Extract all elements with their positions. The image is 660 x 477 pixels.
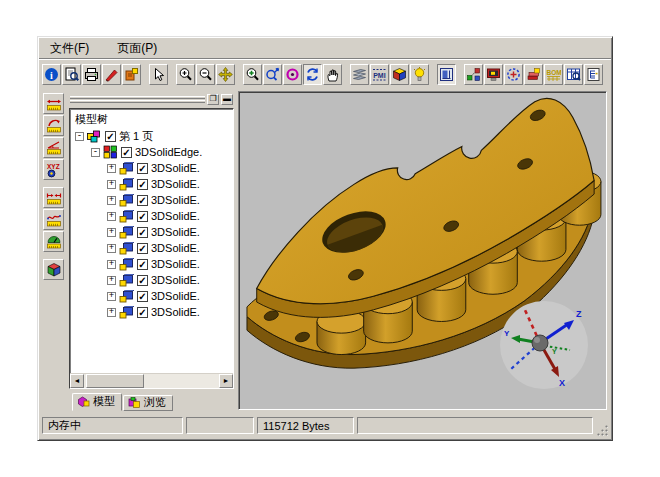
menu-file[interactable]: 文件(F) — [47, 39, 92, 58]
browse-tab-icon — [128, 397, 141, 409]
app-body: XYZ ❐ ▬ 模型树 - — [39, 90, 611, 411]
print-button[interactable] — [82, 64, 101, 85]
resize-grip[interactable] — [596, 422, 609, 437]
status-bar: 内存中 115712 Bytes — [39, 411, 611, 439]
explode-button[interactable] — [464, 64, 483, 85]
zoom-out-button[interactable] — [196, 64, 215, 85]
dock-grip-strip[interactable]: ❐ ▬ — [70, 92, 233, 106]
layers-button[interactable] — [350, 64, 369, 85]
tab-label: 浏览 — [144, 395, 166, 410]
tree-item-part[interactable]: + 3DSolidE. — [70, 304, 233, 320]
tree-view-icon — [586, 67, 601, 82]
bom-button[interactable]: BOM — [544, 64, 563, 85]
visibility-checkbox[interactable] — [137, 195, 148, 206]
tree-horizontal-scrollbar[interactable]: ◄ ► — [70, 373, 233, 388]
svg-text:BOM: BOM — [547, 69, 562, 76]
scrollbar-thumb[interactable] — [86, 374, 144, 388]
markup-button[interactable] — [102, 64, 121, 85]
print-icon — [84, 67, 99, 82]
expand-icon[interactable]: + — [107, 164, 116, 173]
scroll-left-arrow-icon[interactable]: ◄ — [70, 374, 84, 388]
export-button[interactable] — [122, 64, 141, 85]
expand-icon[interactable]: + — [107, 276, 116, 285]
expand-icon[interactable]: + — [107, 196, 116, 205]
spin-button[interactable] — [303, 64, 322, 85]
axis-label-x: X — [559, 378, 565, 388]
pane-hide-button[interactable]: ▬ — [221, 94, 233, 105]
tree-item-part[interactable]: + 3DSolidE. — [70, 288, 233, 304]
visibility-checkbox[interactable] — [137, 211, 148, 222]
tree-item-part[interactable]: + 3DSolidE. — [70, 208, 233, 224]
expand-icon[interactable]: + — [107, 260, 116, 269]
collapse-icon[interactable]: - — [91, 148, 100, 157]
tree-item-part[interactable]: + 3DSolidE. — [70, 224, 233, 240]
tree-item-part[interactable]: + 3DSolidE. — [70, 256, 233, 272]
pan-button[interactable] — [216, 64, 235, 85]
visibility-checkbox[interactable] — [137, 179, 148, 190]
tab-browse[interactable]: 浏览 — [123, 395, 173, 411]
tree-item-part[interactable]: + 3DSolidE. — [70, 160, 233, 176]
tree-item-part[interactable]: + 3DSolidE. — [70, 240, 233, 256]
rotate-animation-button[interactable] — [504, 64, 523, 85]
screen-cube-button[interactable] — [484, 64, 503, 85]
collapse-icon[interactable]: - — [75, 132, 84, 141]
visibility-checkbox[interactable] — [137, 275, 148, 286]
expand-icon[interactable]: + — [107, 180, 116, 189]
visibility-checkbox[interactable] — [137, 163, 148, 174]
render-mode-button[interactable] — [390, 64, 409, 85]
expand-icon[interactable]: + — [107, 292, 116, 301]
measure-coordinate-button[interactable]: XYZ — [43, 159, 64, 180]
tree-item-part[interactable]: + 3DSolidE. — [70, 192, 233, 208]
measure-volume-button[interactable] — [43, 259, 64, 280]
views-button[interactable] — [437, 64, 456, 85]
scroll-right-arrow-icon[interactable]: ► — [219, 374, 233, 388]
zoom-in-button[interactable] — [176, 64, 195, 85]
select-button[interactable] — [149, 64, 168, 85]
zoom-dynamic-button[interactable] — [263, 64, 282, 85]
measure-curve-length-button[interactable] — [43, 209, 64, 230]
expand-icon[interactable]: + — [107, 212, 116, 221]
measure-gauge-button[interactable] — [43, 231, 64, 252]
orbit-button[interactable] — [283, 64, 302, 85]
measure-radius-button[interactable] — [43, 115, 64, 136]
rotate-animation-icon — [506, 67, 521, 82]
expand-icon[interactable]: + — [107, 244, 116, 253]
measure-distance-button[interactable] — [43, 93, 64, 114]
properties-table-button[interactable] — [564, 64, 583, 85]
visibility-checkbox[interactable] — [137, 259, 148, 270]
expand-icon[interactable]: + — [107, 228, 116, 237]
tree-view-button[interactable] — [584, 64, 603, 85]
visibility-checkbox[interactable] — [137, 227, 148, 238]
render-cube-icon — [392, 67, 407, 82]
visibility-checkbox[interactable] — [121, 147, 132, 158]
expand-icon[interactable]: + — [107, 308, 116, 317]
menu-page[interactable]: 页面(P) — [114, 39, 160, 58]
tree-item-assembly[interactable]: - 3DSolidEdge. — [70, 144, 233, 160]
visibility-checkbox[interactable] — [105, 131, 116, 142]
materials-button[interactable] — [524, 64, 543, 85]
viewport-3d[interactable]: Y Z X Y — [238, 91, 607, 410]
axis-trackball[interactable]: Y Z X Y — [496, 299, 592, 393]
lighting-button[interactable] — [410, 64, 429, 85]
bom-icon: BOM — [546, 67, 561, 82]
pmi-button[interactable]: PMI — [370, 64, 389, 85]
axis-label-y: Y — [504, 329, 510, 338]
info-button[interactable]: i — [42, 64, 61, 85]
measure-coordinate-icon: XYZ — [46, 162, 62, 178]
lightbulb-icon — [412, 67, 427, 82]
dock-gripper[interactable] — [70, 96, 205, 103]
visibility-checkbox[interactable] — [137, 291, 148, 302]
measure-angle-button[interactable] — [43, 137, 64, 158]
tab-model[interactable]: 模型 — [72, 393, 122, 411]
visibility-checkbox[interactable] — [137, 243, 148, 254]
zoom-window-button[interactable] — [243, 64, 262, 85]
measure-distance-between-button[interactable] — [43, 187, 64, 208]
tree-item-part[interactable]: + 3DSolidE. — [70, 176, 233, 192]
visibility-checkbox[interactable] — [137, 307, 148, 318]
tree-item-part[interactable]: + 3DSolidE. — [70, 272, 233, 288]
tree-item-label: 3DSolidE. — [151, 162, 200, 174]
print-preview-button[interactable] — [62, 64, 81, 85]
hand-pan-button[interactable] — [323, 64, 342, 85]
tree-item-page[interactable]: - 第 1 页 — [70, 128, 233, 144]
pane-restore-button[interactable]: ❐ — [207, 94, 219, 105]
